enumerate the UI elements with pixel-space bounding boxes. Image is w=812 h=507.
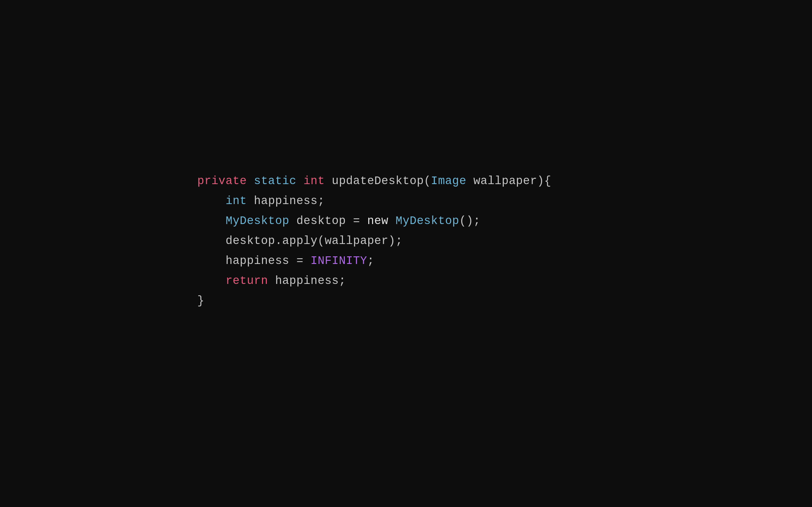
code-token: happiness; bbox=[268, 274, 346, 287]
code-token: INFINITY bbox=[310, 255, 367, 268]
code-token: MyDesktop bbox=[396, 215, 459, 228]
code-token bbox=[389, 215, 396, 228]
code-token: desktop.apply(wallpaper); bbox=[197, 234, 403, 247]
code-token: private bbox=[197, 175, 247, 187]
code-token: happiness = bbox=[197, 255, 310, 268]
code-token: desktop = bbox=[289, 215, 367, 228]
code-token: int bbox=[225, 194, 247, 208]
code-token bbox=[197, 215, 225, 228]
code-token: int bbox=[304, 175, 325, 187]
code-token bbox=[247, 175, 254, 187]
code-token bbox=[197, 274, 225, 287]
code-token: (); bbox=[459, 215, 480, 228]
code-token: Image bbox=[431, 175, 467, 187]
code-line-4: desktop.apply(wallpaper); bbox=[197, 231, 551, 251]
code-line-7: } bbox=[197, 291, 551, 311]
code-token: updateDesktop( bbox=[325, 175, 431, 187]
code-block: private static int updateDesktop(Image w… bbox=[197, 171, 551, 311]
code-token: MyDesktop bbox=[225, 215, 289, 228]
code-token: happiness; bbox=[247, 194, 325, 208]
code-token bbox=[197, 194, 225, 208]
code-token: new bbox=[367, 215, 389, 228]
code-token: return bbox=[225, 274, 268, 287]
code-line-2: int happiness; bbox=[197, 191, 551, 211]
code-token: } bbox=[197, 294, 204, 307]
code-token bbox=[296, 175, 303, 187]
code-line-3: MyDesktop desktop = new MyDesktop(); bbox=[197, 211, 551, 231]
code-token: wallpaper){ bbox=[466, 175, 551, 187]
code-token: ; bbox=[367, 255, 374, 268]
code-line-6: return happiness; bbox=[197, 271, 551, 291]
code-token: static bbox=[254, 175, 296, 187]
code-line-5: happiness = INFINITY; bbox=[197, 251, 551, 271]
code-line-1: private static int updateDesktop(Image w… bbox=[197, 171, 551, 191]
